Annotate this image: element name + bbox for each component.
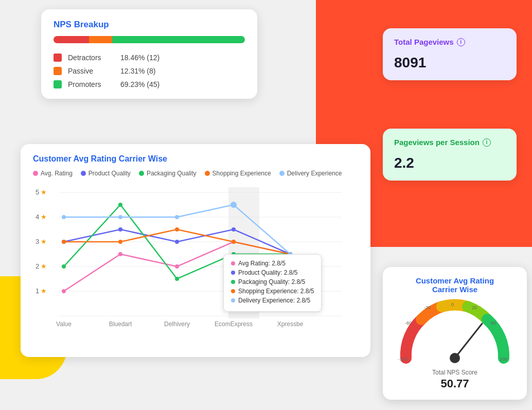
svg-line-48 <box>455 324 482 358</box>
svg-text:0: 0 <box>451 302 454 307</box>
tooltip-avg-rating: Avg Rating: 2.8/5 <box>231 260 314 267</box>
svg-point-24 <box>175 264 179 269</box>
svg-point-38 <box>118 240 122 244</box>
svg-text:Value: Value <box>56 320 72 328</box>
legend-avg-rating: Avg. Rating <box>33 170 73 177</box>
nps-breakup-card: NPS Breakup Detractors 18.46% (12) Passi… <box>41 9 257 99</box>
gauge-card: Customer Avg RatingCarrier Wise -100 -60… <box>383 267 527 400</box>
promoters-color <box>54 80 62 88</box>
svg-text:1: 1 <box>36 287 39 295</box>
detractors-color <box>54 54 62 62</box>
delivery-experience-dot <box>279 171 285 176</box>
svg-text:★: ★ <box>41 287 47 295</box>
progress-passive <box>89 36 113 43</box>
tooltip-shopping-experience: Shopping Experience: 2.8/5 <box>231 288 314 295</box>
tooltip-dot-packaging <box>231 280 235 284</box>
svg-text:Delhivery: Delhivery <box>164 320 190 328</box>
tooltip-delivery-experience: Delivery Experience: 2.8/5 <box>231 297 314 304</box>
svg-point-28 <box>118 227 122 231</box>
svg-text:★: ★ <box>41 213 47 221</box>
passive-value: 12.31% (8) <box>120 67 155 75</box>
svg-point-34 <box>175 277 179 281</box>
pageviews-info-icon[interactable]: i <box>457 38 465 46</box>
svg-point-30 <box>232 227 236 231</box>
svg-text:2: 2 <box>36 262 39 270</box>
svg-text:5: 5 <box>36 188 39 196</box>
shopping-experience-label: Shopping Experience <box>212 170 271 177</box>
chart-area: 5 ★ 4 ★ 3 ★ 2 ★ 1 ★ Value Bluedart Delhi… <box>33 182 358 347</box>
svg-point-23 <box>118 252 122 256</box>
promoters-value: 69.23% (45) <box>120 80 159 88</box>
progress-promoters <box>112 36 245 43</box>
svg-text:-60: -60 <box>405 320 412 326</box>
session-value: 2.2 <box>394 155 505 171</box>
product-quality-label: Product Quality <box>88 170 131 177</box>
tooltip-text-avg: Avg Rating: 2.8/5 <box>238 260 286 267</box>
svg-text:-100: -100 <box>398 356 407 362</box>
tooltip-text-packaging: Packaging Quality: 2.8/5 <box>238 278 305 286</box>
svg-text:4: 4 <box>36 213 39 221</box>
svg-point-37 <box>62 240 66 244</box>
svg-point-32 <box>62 264 66 269</box>
svg-point-40 <box>232 240 236 244</box>
legend-promoters: Promoters 69.23% (45) <box>54 80 245 88</box>
svg-text:3: 3 <box>36 238 39 245</box>
progress-detractors <box>54 36 89 43</box>
detractors-value: 18.46% (12) <box>120 54 159 62</box>
gauge-score-label: Total NPS Score <box>394 369 516 376</box>
pageviews-title: Total Pageviews i <box>394 38 505 46</box>
gauge-title-text: Customer Avg RatingCarrier Wise <box>416 276 494 294</box>
chart-title: Customer Avg Rating Carrier Wise <box>33 154 358 164</box>
svg-text:60: 60 <box>491 320 496 326</box>
tooltip-dot-product <box>231 271 235 275</box>
delivery-experience-label: Delivery Experience <box>287 170 342 177</box>
avg-rating-label: Avg. Rating <box>41 170 73 177</box>
svg-point-39 <box>175 227 179 231</box>
gauge-title: Customer Avg RatingCarrier Wise <box>394 276 516 294</box>
tooltip-packaging-quality: Packaging Quality: 2.8/5 <box>231 278 314 286</box>
nps-breakup-title: NPS Breakup <box>54 20 245 30</box>
gauge-score-value: 50.77 <box>394 377 516 390</box>
svg-text:EcomExpress: EcomExpress <box>215 320 253 328</box>
legend-packaging-quality: Packaging Quality <box>139 170 197 177</box>
main-container: NPS Breakup Detractors 18.46% (12) Passi… <box>0 0 532 410</box>
shopping-experience-dot <box>205 171 210 176</box>
chart-legend: Avg. Rating Product Quality Packaging Qu… <box>33 170 358 177</box>
tooltip-dot-delivery <box>231 298 235 302</box>
tooltip-text-shopping: Shopping Experience: 2.8/5 <box>238 288 314 295</box>
pageviews-card: Total Pageviews i 8091 <box>383 28 517 80</box>
packaging-quality-dot <box>139 171 144 176</box>
svg-point-45 <box>230 202 237 208</box>
promoters-label: Promoters <box>68 80 114 88</box>
legend-passive: Passive 12.31% (8) <box>54 67 245 75</box>
svg-point-42 <box>62 215 66 219</box>
svg-point-33 <box>118 203 122 207</box>
session-title-text: Pageviews per Session <box>394 138 480 147</box>
chart-tooltip: Avg Rating: 2.8/5 Product Quality: 2.8/5… <box>223 254 322 312</box>
legend-product-quality: Product Quality <box>81 170 131 177</box>
legend-detractors: Detractors 18.46% (12) <box>54 54 245 62</box>
tooltip-text-delivery: Delivery Experience: 2.8/5 <box>238 297 310 304</box>
gauge-svg: -100 -60 -20 0 20 60 100 <box>396 299 514 366</box>
tooltip-product-quality: Product Quality: 2.8/5 <box>231 269 314 276</box>
tooltip-dot-avg <box>231 261 235 265</box>
nps-progress-bar <box>54 36 245 43</box>
svg-text:-20: -20 <box>424 305 431 310</box>
svg-point-22 <box>62 289 66 293</box>
passive-label: Passive <box>68 67 114 75</box>
detractors-label: Detractors <box>68 54 114 62</box>
svg-text:Bluedart: Bluedart <box>109 320 132 328</box>
svg-text:★: ★ <box>41 238 47 245</box>
avg-rating-dot <box>33 171 38 176</box>
session-info-icon[interactable]: i <box>483 138 491 147</box>
session-title: Pageviews per Session i <box>394 138 505 147</box>
svg-point-43 <box>118 215 122 219</box>
product-quality-dot <box>81 171 86 176</box>
session-card: Pageviews per Session i 2.2 <box>383 129 517 181</box>
svg-text:20: 20 <box>472 305 477 310</box>
svg-text:★: ★ <box>41 262 47 270</box>
tooltip-text-product: Product Quality: 2.8/5 <box>238 269 297 276</box>
legend-delivery-experience: Delivery Experience <box>279 170 342 177</box>
pageviews-value: 8091 <box>394 55 505 71</box>
chart-card: Customer Avg Rating Carrier Wise Avg. Ra… <box>21 144 370 357</box>
